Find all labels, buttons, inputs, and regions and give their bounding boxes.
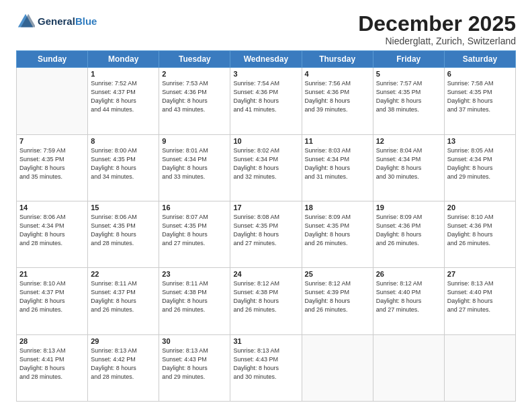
day-number: 21 — [19, 270, 85, 278]
logo-text-general: GeneralBlue — [38, 16, 97, 28]
weekday-header-row: SundayMondayTuesdayWednesdayThursdayFrid… — [17, 51, 516, 68]
day-number: 22 — [91, 270, 156, 278]
weekday-header-cell: Tuesday — [159, 51, 230, 68]
cell-info: Sunrise: 7:57 AM Sunset: 4:35 PM Dayligh… — [376, 79, 441, 114]
day-number: 20 — [447, 203, 513, 212]
calendar-cell: 9Sunrise: 8:01 AM Sunset: 4:34 PM Daylig… — [159, 134, 230, 201]
calendar-cell: 6Sunrise: 7:58 AM Sunset: 4:35 PM Daylig… — [444, 68, 515, 134]
header: GeneralBlue December 2025 Niederglatt, Z… — [16, 12, 516, 46]
calendar-cell: 26Sunrise: 8:12 AM Sunset: 4:40 PM Dayli… — [373, 268, 444, 334]
cell-info: Sunrise: 8:09 AM Sunset: 4:36 PM Dayligh… — [376, 213, 441, 248]
calendar-cell — [444, 334, 515, 401]
cell-info: Sunrise: 8:12 AM Sunset: 4:40 PM Dayligh… — [376, 279, 441, 314]
day-number: 17 — [233, 203, 298, 212]
calendar-cell: 28Sunrise: 8:13 AM Sunset: 4:41 PM Dayli… — [17, 334, 88, 401]
weekday-header-cell: Wednesday — [230, 51, 302, 68]
day-number: 12 — [376, 137, 441, 145]
calendar-cell: 2Sunrise: 7:53 AM Sunset: 4:36 PM Daylig… — [159, 68, 230, 134]
day-number: 6 — [447, 70, 513, 78]
calendar-cell: 5Sunrise: 7:57 AM Sunset: 4:35 PM Daylig… — [373, 68, 444, 134]
calendar-cell: 25Sunrise: 8:12 AM Sunset: 4:39 PM Dayli… — [302, 268, 373, 334]
day-number: 1 — [91, 70, 156, 78]
calendar-week-row: 1Sunrise: 7:52 AM Sunset: 4:37 PM Daylig… — [17, 68, 516, 134]
day-number: 10 — [233, 137, 298, 145]
cell-info: Sunrise: 8:13 AM Sunset: 4:43 PM Dayligh… — [162, 347, 227, 381]
cell-info: Sunrise: 8:08 AM Sunset: 4:35 PM Dayligh… — [233, 213, 298, 248]
calendar-cell: 19Sunrise: 8:09 AM Sunset: 4:36 PM Dayli… — [373, 201, 444, 267]
cell-info: Sunrise: 8:06 AM Sunset: 4:35 PM Dayligh… — [91, 213, 156, 248]
cell-info: Sunrise: 8:03 AM Sunset: 4:34 PM Dayligh… — [305, 146, 370, 181]
cell-info: Sunrise: 8:13 AM Sunset: 4:42 PM Dayligh… — [91, 347, 156, 381]
day-number: 4 — [305, 70, 370, 78]
logo-blue: Blue — [75, 15, 97, 27]
cell-info: Sunrise: 8:04 AM Sunset: 4:34 PM Dayligh… — [376, 146, 441, 181]
title-block: December 2025 Niederglatt, Zurich, Switz… — [358, 12, 516, 46]
logo-icon — [16, 12, 35, 31]
calendar-cell: 16Sunrise: 8:07 AM Sunset: 4:35 PM Dayli… — [159, 201, 230, 267]
cell-info: Sunrise: 8:12 AM Sunset: 4:39 PM Dayligh… — [305, 279, 370, 314]
page: GeneralBlue December 2025 Niederglatt, Z… — [0, 0, 532, 411]
calendar-week-row: 7Sunrise: 7:59 AM Sunset: 4:35 PM Daylig… — [17, 134, 516, 201]
cell-info: Sunrise: 8:11 AM Sunset: 4:38 PM Dayligh… — [162, 279, 227, 314]
day-number: 23 — [162, 270, 227, 278]
cell-info: Sunrise: 8:10 AM Sunset: 4:36 PM Dayligh… — [447, 213, 513, 248]
cell-info: Sunrise: 8:12 AM Sunset: 4:38 PM Dayligh… — [233, 279, 298, 314]
calendar-body: 1Sunrise: 7:52 AM Sunset: 4:37 PM Daylig… — [17, 68, 516, 402]
cell-info: Sunrise: 8:09 AM Sunset: 4:35 PM Dayligh… — [305, 213, 370, 248]
month-title: December 2025 — [358, 12, 516, 36]
cell-info: Sunrise: 7:53 AM Sunset: 4:36 PM Dayligh… — [162, 79, 227, 114]
day-number: 7 — [19, 137, 85, 145]
calendar-cell: 22Sunrise: 8:11 AM Sunset: 4:37 PM Dayli… — [88, 268, 159, 334]
day-number: 14 — [19, 203, 85, 212]
calendar-week-row: 28Sunrise: 8:13 AM Sunset: 4:41 PM Dayli… — [17, 334, 516, 401]
day-number: 13 — [447, 137, 513, 145]
calendar-cell: 27Sunrise: 8:13 AM Sunset: 4:40 PM Dayli… — [444, 268, 515, 334]
day-number: 5 — [376, 70, 441, 78]
day-number: 3 — [233, 70, 298, 78]
day-number: 8 — [91, 137, 156, 145]
weekday-header-cell: Friday — [373, 51, 444, 68]
calendar-cell: 8Sunrise: 8:00 AM Sunset: 4:35 PM Daylig… — [88, 134, 159, 201]
weekday-header-cell: Thursday — [302, 51, 373, 68]
cell-info: Sunrise: 7:52 AM Sunset: 4:37 PM Dayligh… — [91, 79, 156, 114]
calendar-cell: 31Sunrise: 8:13 AM Sunset: 4:43 PM Dayli… — [230, 334, 302, 401]
day-number: 30 — [162, 337, 227, 345]
calendar-cell: 18Sunrise: 8:09 AM Sunset: 4:35 PM Dayli… — [302, 201, 373, 267]
calendar-cell — [373, 334, 444, 401]
calendar-cell: 12Sunrise: 8:04 AM Sunset: 4:34 PM Dayli… — [373, 134, 444, 201]
calendar-cell: 10Sunrise: 8:02 AM Sunset: 4:34 PM Dayli… — [230, 134, 302, 201]
cell-info: Sunrise: 8:00 AM Sunset: 4:35 PM Dayligh… — [91, 146, 156, 181]
cell-info: Sunrise: 8:06 AM Sunset: 4:34 PM Dayligh… — [19, 213, 85, 248]
calendar-cell: 4Sunrise: 7:56 AM Sunset: 4:36 PM Daylig… — [302, 68, 373, 134]
weekday-header-cell: Monday — [88, 51, 159, 68]
cell-info: Sunrise: 8:02 AM Sunset: 4:34 PM Dayligh… — [233, 146, 298, 181]
calendar-week-row: 21Sunrise: 8:10 AM Sunset: 4:37 PM Dayli… — [17, 268, 516, 334]
cell-info: Sunrise: 7:54 AM Sunset: 4:36 PM Dayligh… — [233, 79, 298, 114]
cell-info: Sunrise: 8:05 AM Sunset: 4:34 PM Dayligh… — [447, 146, 513, 181]
calendar-cell: 20Sunrise: 8:10 AM Sunset: 4:36 PM Dayli… — [444, 201, 515, 267]
calendar-cell: 17Sunrise: 8:08 AM Sunset: 4:35 PM Dayli… — [230, 201, 302, 267]
day-number: 18 — [305, 203, 370, 212]
calendar-cell: 21Sunrise: 8:10 AM Sunset: 4:37 PM Dayli… — [17, 268, 88, 334]
day-number: 16 — [162, 203, 227, 212]
cell-info: Sunrise: 7:58 AM Sunset: 4:35 PM Dayligh… — [447, 79, 513, 114]
cell-info: Sunrise: 8:01 AM Sunset: 4:34 PM Dayligh… — [162, 146, 227, 181]
weekday-header-cell: Saturday — [444, 51, 515, 68]
day-number: 27 — [447, 270, 513, 278]
cell-info: Sunrise: 8:13 AM Sunset: 4:40 PM Dayligh… — [447, 279, 513, 314]
cell-info: Sunrise: 8:10 AM Sunset: 4:37 PM Dayligh… — [19, 279, 85, 314]
day-number: 31 — [233, 337, 298, 345]
calendar-cell — [17, 68, 88, 134]
calendar-cell: 30Sunrise: 8:13 AM Sunset: 4:43 PM Dayli… — [159, 334, 230, 401]
cell-info: Sunrise: 8:13 AM Sunset: 4:43 PM Dayligh… — [233, 347, 298, 381]
calendar-cell: 15Sunrise: 8:06 AM Sunset: 4:35 PM Dayli… — [88, 201, 159, 267]
calendar-cell: 7Sunrise: 7:59 AM Sunset: 4:35 PM Daylig… — [17, 134, 88, 201]
day-number: 19 — [376, 203, 441, 212]
cell-info: Sunrise: 8:13 AM Sunset: 4:41 PM Dayligh… — [19, 347, 85, 381]
cell-info: Sunrise: 7:56 AM Sunset: 4:36 PM Dayligh… — [305, 79, 370, 114]
calendar-cell: 11Sunrise: 8:03 AM Sunset: 4:34 PM Dayli… — [302, 134, 373, 201]
day-number: 9 — [162, 137, 227, 145]
cell-info: Sunrise: 8:07 AM Sunset: 4:35 PM Dayligh… — [162, 213, 227, 248]
day-number: 26 — [376, 270, 441, 278]
cell-info: Sunrise: 7:59 AM Sunset: 4:35 PM Dayligh… — [19, 146, 85, 181]
